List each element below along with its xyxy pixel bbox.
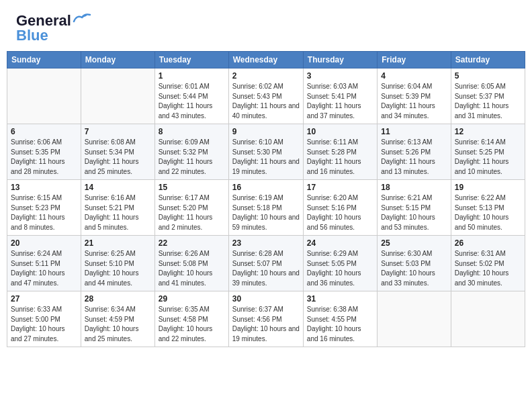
day-info: Sunrise: 6:24 AM Sunset: 5:11 PM Dayligh… bbox=[11, 249, 77, 288]
calendar-cell: 13Sunrise: 6:15 AM Sunset: 5:23 PM Dayli… bbox=[7, 180, 81, 236]
day-info: Sunrise: 6:04 AM Sunset: 5:39 PM Dayligh… bbox=[381, 82, 447, 121]
calendar-cell: 1Sunrise: 6:01 AM Sunset: 5:44 PM Daylig… bbox=[154, 68, 228, 124]
day-info: Sunrise: 6:09 AM Sunset: 5:32 PM Dayligh… bbox=[159, 138, 225, 177]
day-number: 18 bbox=[381, 183, 447, 192]
calendar-cell: 5Sunrise: 6:05 AM Sunset: 5:37 PM Daylig… bbox=[451, 68, 525, 124]
calendar-cell: 12Sunrise: 6:14 AM Sunset: 5:25 PM Dayli… bbox=[451, 124, 525, 180]
calendar-cell: 4Sunrise: 6:04 AM Sunset: 5:39 PM Daylig… bbox=[378, 68, 451, 124]
day-number: 30 bbox=[232, 294, 300, 304]
calendar-week-row: 20Sunrise: 6:24 AM Sunset: 5:11 PM Dayli… bbox=[7, 236, 525, 291]
day-number: 31 bbox=[307, 294, 373, 304]
day-info: Sunrise: 6:33 AM Sunset: 5:00 PM Dayligh… bbox=[11, 305, 77, 344]
day-info: Sunrise: 6:38 AM Sunset: 4:55 PM Dayligh… bbox=[307, 305, 373, 344]
weekday-header: Thursday bbox=[303, 52, 377, 68]
weekday-header: Friday bbox=[378, 52, 451, 68]
weekday-header: Sunday bbox=[7, 52, 81, 68]
calendar-week-row: 1Sunrise: 6:01 AM Sunset: 5:44 PM Daylig… bbox=[7, 68, 525, 124]
calendar-cell: 20Sunrise: 6:24 AM Sunset: 5:11 PM Dayli… bbox=[7, 236, 81, 291]
day-info: Sunrise: 6:19 AM Sunset: 5:18 PM Dayligh… bbox=[232, 193, 300, 232]
page-header: General Blue bbox=[0, 0, 532, 51]
day-info: Sunrise: 6:28 AM Sunset: 5:07 PM Dayligh… bbox=[232, 249, 300, 288]
day-info: Sunrise: 6:35 AM Sunset: 4:58 PM Dayligh… bbox=[159, 305, 225, 344]
day-info: Sunrise: 6:17 AM Sunset: 5:20 PM Dayligh… bbox=[159, 193, 225, 232]
day-info: Sunrise: 6:11 AM Sunset: 5:28 PM Dayligh… bbox=[307, 138, 373, 177]
calendar-cell: 17Sunrise: 6:20 AM Sunset: 5:16 PM Dayli… bbox=[303, 180, 377, 236]
calendar-cell bbox=[7, 68, 81, 124]
day-number: 9 bbox=[232, 127, 300, 136]
day-number: 25 bbox=[381, 238, 447, 248]
calendar-cell: 28Sunrise: 6:34 AM Sunset: 4:59 PM Dayli… bbox=[81, 291, 154, 347]
day-number: 26 bbox=[455, 238, 521, 248]
day-info: Sunrise: 6:37 AM Sunset: 4:56 PM Dayligh… bbox=[232, 305, 300, 344]
day-info: Sunrise: 6:31 AM Sunset: 5:02 PM Dayligh… bbox=[455, 249, 521, 288]
day-number: 1 bbox=[159, 71, 225, 81]
day-number: 22 bbox=[159, 238, 225, 248]
calendar-cell: 31Sunrise: 6:38 AM Sunset: 4:55 PM Dayli… bbox=[303, 291, 377, 347]
weekday-header: Monday bbox=[81, 52, 154, 68]
calendar-cell: 22Sunrise: 6:26 AM Sunset: 5:08 PM Dayli… bbox=[154, 236, 228, 291]
day-info: Sunrise: 6:08 AM Sunset: 5:34 PM Dayligh… bbox=[85, 138, 151, 177]
calendar-cell: 23Sunrise: 6:28 AM Sunset: 5:07 PM Dayli… bbox=[228, 236, 303, 291]
day-number: 23 bbox=[232, 238, 300, 248]
day-info: Sunrise: 6:15 AM Sunset: 5:23 PM Dayligh… bbox=[11, 193, 77, 232]
calendar-cell: 15Sunrise: 6:17 AM Sunset: 5:20 PM Dayli… bbox=[154, 180, 228, 236]
day-info: Sunrise: 6:14 AM Sunset: 5:25 PM Dayligh… bbox=[455, 138, 521, 177]
day-number: 6 bbox=[11, 127, 77, 136]
calendar-cell bbox=[81, 68, 154, 124]
day-number: 29 bbox=[159, 294, 225, 304]
weekday-header-row: SundayMondayTuesdayWednesdayThursdayFrid… bbox=[7, 52, 525, 68]
logo-blue-text: Blue bbox=[16, 27, 48, 44]
day-number: 20 bbox=[11, 238, 77, 248]
day-number: 4 bbox=[381, 71, 447, 81]
calendar-cell: 27Sunrise: 6:33 AM Sunset: 5:00 PM Dayli… bbox=[7, 291, 81, 347]
logo-bird-icon bbox=[73, 12, 91, 24]
calendar-cell: 26Sunrise: 6:31 AM Sunset: 5:02 PM Dayli… bbox=[451, 236, 525, 291]
calendar-cell: 19Sunrise: 6:22 AM Sunset: 5:13 PM Dayli… bbox=[451, 180, 525, 236]
day-number: 28 bbox=[85, 294, 151, 304]
calendar-cell: 2Sunrise: 6:02 AM Sunset: 5:43 PM Daylig… bbox=[228, 68, 303, 124]
day-info: Sunrise: 6:34 AM Sunset: 4:59 PM Dayligh… bbox=[85, 305, 151, 344]
calendar-cell: 6Sunrise: 6:06 AM Sunset: 5:35 PM Daylig… bbox=[7, 124, 81, 180]
calendar-cell: 29Sunrise: 6:35 AM Sunset: 4:58 PM Dayli… bbox=[154, 291, 228, 347]
day-info: Sunrise: 6:10 AM Sunset: 5:30 PM Dayligh… bbox=[232, 138, 300, 177]
calendar-week-row: 27Sunrise: 6:33 AM Sunset: 5:00 PM Dayli… bbox=[7, 291, 525, 347]
day-number: 16 bbox=[232, 183, 300, 192]
calendar-cell: 30Sunrise: 6:37 AM Sunset: 4:56 PM Dayli… bbox=[228, 291, 303, 347]
calendar-cell: 14Sunrise: 6:16 AM Sunset: 5:21 PM Dayli… bbox=[81, 180, 154, 236]
day-number: 11 bbox=[381, 127, 447, 136]
day-info: Sunrise: 6:30 AM Sunset: 5:03 PM Dayligh… bbox=[381, 249, 447, 288]
day-number: 27 bbox=[11, 294, 77, 304]
day-info: Sunrise: 6:29 AM Sunset: 5:05 PM Dayligh… bbox=[307, 249, 373, 288]
day-number: 14 bbox=[85, 183, 151, 192]
day-info: Sunrise: 6:03 AM Sunset: 5:41 PM Dayligh… bbox=[307, 82, 373, 121]
weekday-header: Saturday bbox=[451, 52, 525, 68]
day-info: Sunrise: 6:05 AM Sunset: 5:37 PM Dayligh… bbox=[455, 82, 521, 121]
weekday-header: Tuesday bbox=[154, 52, 228, 68]
calendar-cell: 24Sunrise: 6:29 AM Sunset: 5:05 PM Dayli… bbox=[303, 236, 377, 291]
day-info: Sunrise: 6:20 AM Sunset: 5:16 PM Dayligh… bbox=[307, 193, 373, 232]
day-info: Sunrise: 6:21 AM Sunset: 5:15 PM Dayligh… bbox=[381, 193, 447, 232]
day-info: Sunrise: 6:01 AM Sunset: 5:44 PM Dayligh… bbox=[159, 82, 225, 121]
day-number: 3 bbox=[307, 71, 373, 81]
weekday-header: Wednesday bbox=[228, 52, 303, 68]
calendar-cell: 18Sunrise: 6:21 AM Sunset: 5:15 PM Dayli… bbox=[378, 180, 451, 236]
calendar-table: SundayMondayTuesdayWednesdayThursdayFrid… bbox=[7, 51, 525, 347]
day-info: Sunrise: 6:25 AM Sunset: 5:10 PM Dayligh… bbox=[85, 249, 151, 288]
calendar-week-row: 13Sunrise: 6:15 AM Sunset: 5:23 PM Dayli… bbox=[7, 180, 525, 236]
day-number: 5 bbox=[455, 71, 521, 81]
day-number: 17 bbox=[307, 183, 373, 192]
day-number: 2 bbox=[232, 71, 300, 81]
day-number: 7 bbox=[85, 127, 151, 136]
day-info: Sunrise: 6:22 AM Sunset: 5:13 PM Dayligh… bbox=[455, 193, 521, 232]
day-info: Sunrise: 6:16 AM Sunset: 5:21 PM Dayligh… bbox=[85, 193, 151, 232]
calendar-cell: 9Sunrise: 6:10 AM Sunset: 5:30 PM Daylig… bbox=[228, 124, 303, 180]
calendar-cell: 16Sunrise: 6:19 AM Sunset: 5:18 PM Dayli… bbox=[228, 180, 303, 236]
day-info: Sunrise: 6:26 AM Sunset: 5:08 PM Dayligh… bbox=[159, 249, 225, 288]
day-info: Sunrise: 6:13 AM Sunset: 5:26 PM Dayligh… bbox=[381, 138, 447, 177]
calendar-cell: 11Sunrise: 6:13 AM Sunset: 5:26 PM Dayli… bbox=[378, 124, 451, 180]
logo: General Blue bbox=[16, 12, 91, 44]
day-number: 21 bbox=[85, 238, 151, 248]
day-info: Sunrise: 6:06 AM Sunset: 5:35 PM Dayligh… bbox=[11, 138, 77, 177]
day-number: 12 bbox=[455, 127, 521, 136]
calendar-cell: 7Sunrise: 6:08 AM Sunset: 5:34 PM Daylig… bbox=[81, 124, 154, 180]
